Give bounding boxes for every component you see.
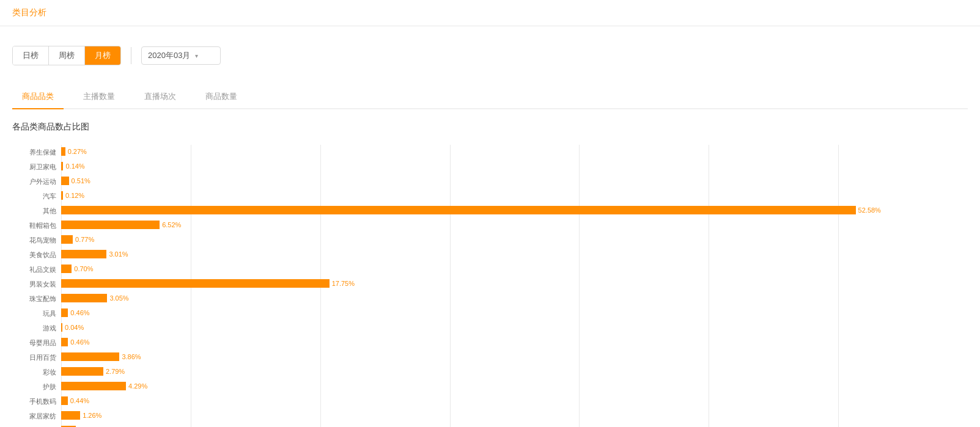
bar-row: 0.70% [61,262,968,276]
y-label: 男装女装 [12,281,56,288]
bar-value-label: 0.46% [70,338,89,346]
y-label: 美食饮品 [12,252,56,258]
y-label: 厨卫家电 [12,164,56,170]
bar-value-label: 4.29% [128,382,147,390]
bar-value-label: 3.86% [122,353,141,360]
bar-fill [61,308,68,317]
bar-fill [61,221,160,229]
bar-row: 52.58% [61,203,968,217]
bar-value-label: 3.01% [109,250,128,258]
bar-row: 1.26% [61,409,968,422]
page-title: 类目分析 [12,7,46,17]
bar-value-label: 0.46% [70,309,89,316]
tab-live-sessions[interactable]: 直播场次 [134,85,186,108]
bar-fill [61,396,68,405]
page: 类目分析 日榜 周榜 月榜 2020年03月 ▾ 商品品类 主播数量 直播场次 … [0,0,980,427]
bar-fill [61,338,68,346]
bar-value-label: 0.51% [72,177,90,184]
bar-fill [61,147,65,156]
bar-value-label: 0.44% [70,397,89,404]
bar-row: 0.46% [61,335,968,349]
bar-row: 0.12% [61,189,968,202]
y-axis: 养生保健厨卫家电户外运动汽车其他鞋帽箱包花鸟宠物美食饮品礼品文娱男装女装珠宝配饰… [12,145,61,427]
bar-fill [61,382,126,390]
y-label: 玩具 [12,310,56,317]
bar-row: 0.44% [61,394,968,407]
bar-section: 0.27%0.14%0.51%0.12%52.58%6.52%0.77%3.01… [61,145,968,427]
y-label: 养生保健 [12,149,56,156]
bar-row: 0.51% [61,174,968,188]
y-label: 游戏 [12,325,56,332]
bar-value-label: 52.58% [858,206,881,214]
bars-container: 0.27%0.14%0.51%0.12%52.58%6.52%0.77%3.01… [61,145,968,427]
bar-row: 0.14% [61,159,968,173]
bar-fill [61,206,856,214]
y-label: 手机数码 [12,398,56,405]
bar-fill [61,294,107,302]
bar-value-label: 6.52% [162,221,181,228]
bar-value-label: 0.04% [65,324,84,331]
nav-tabs: 商品品类 主播数量 直播场次 商品数量 [12,85,968,109]
tab-product-count[interactable]: 商品数量 [196,85,247,108]
bar-value-label: 2.79% [106,368,125,375]
header: 类目分析 [0,0,980,26]
bar-fill [61,323,62,332]
bar-row: 0.04% [61,321,968,334]
date-picker[interactable]: 2020年03月 ▾ [141,46,221,65]
bar-row: 6.52% [61,218,968,232]
chevron-down-icon: ▾ [195,53,198,59]
bar-fill [61,265,72,273]
toolbar: 日榜 周榜 月榜 2020年03月 ▾ [12,38,968,73]
bar-value-label: 0.77% [75,236,94,243]
y-label: 户外运动 [12,178,56,185]
y-label: 花鸟宠物 [12,237,56,244]
bar-fill [61,191,63,200]
bar-fill [61,411,80,420]
bar-value-label: 1.26% [83,412,101,419]
bar-row: 3.01% [61,247,968,261]
bar-fill [61,367,103,376]
bar-fill [61,352,119,361]
bar-value-label: 0.12% [65,192,84,199]
bar-fill [61,235,73,244]
bar-row: 2.79% [61,365,968,378]
bar-row: 3.86% [61,350,968,363]
chart-title: 各品类商品数占比图 [12,122,968,133]
bar-fill [61,162,63,170]
bar-value-label: 0.70% [74,265,93,272]
bar-fill [61,279,330,288]
bar-fill [61,177,69,185]
tab-product-category[interactable]: 商品品类 [12,85,64,108]
chart-area: 养生保健厨卫家电户外运动汽车其他鞋帽箱包花鸟宠物美食饮品礼品文娱男装女装珠宝配饰… [12,145,968,427]
bar-row: 0.77% [61,233,968,246]
y-label: 日用百货 [12,354,56,361]
toolbar-divider [131,47,131,64]
y-label: 护肤 [12,384,56,390]
y-label: 其他 [12,208,56,214]
y-label: 汽车 [12,193,56,200]
y-label: 母婴用品 [12,340,56,346]
y-label: 家居家纺 [12,413,56,420]
bar-value-label: 17.75% [332,280,355,287]
bar-row: 0.27% [61,145,968,158]
bar-fill [61,250,106,258]
chart-body: 养生保健厨卫家电户外运动汽车其他鞋帽箱包花鸟宠物美食饮品礼品文娱男装女装珠宝配饰… [12,145,968,427]
bar-row: 0.97% [61,423,968,427]
bar-value-label: 3.05% [109,294,128,302]
y-label: 鞋帽箱包 [12,222,56,229]
y-label: 礼品文娱 [12,266,56,273]
date-value: 2020年03月 [148,50,190,61]
tab-daily[interactable]: 日榜 [13,46,49,65]
bar-value-label: 0.27% [68,148,87,155]
ranking-tab-group: 日榜 周榜 月榜 [12,46,121,65]
bar-row: 0.46% [61,306,968,319]
tab-anchor-count[interactable]: 主播数量 [73,85,125,108]
y-label: 珠宝配饰 [12,296,56,302]
bar-row: 4.29% [61,379,968,393]
tab-weekly[interactable]: 周榜 [49,46,85,65]
y-label: 彩妆 [12,369,56,376]
tab-monthly[interactable]: 月榜 [85,46,120,65]
bar-value-label: 0.14% [65,162,84,170]
content-wrapper: 日榜 周榜 月榜 2020年03月 ▾ 商品品类 主播数量 直播场次 商品数量 … [0,26,980,427]
bar-row: 17.75% [61,277,968,290]
